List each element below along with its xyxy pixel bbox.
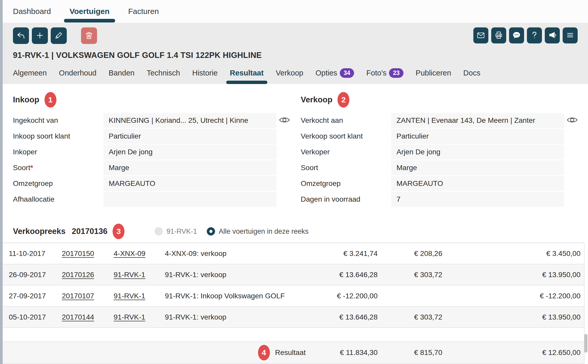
row-amount-net: € 13.646,28 bbox=[316, 271, 381, 279]
page-title: 91-RVK-1 | VOLKSWAGEN GOLF GOLF 1.4 TSI … bbox=[13, 51, 578, 60]
printer-icon bbox=[494, 31, 503, 41]
tab-publiceren[interactable]: Publiceren bbox=[416, 68, 451, 78]
toolbar-left-group bbox=[13, 27, 97, 44]
plate-link[interactable]: 91-RVK-1 bbox=[114, 292, 145, 300]
verkoop-section: Verkoop 2 Verkocht aan ZANTEN | Evenaar … bbox=[301, 92, 578, 208]
verkoop-omzetgroep-value[interactable]: MARGEAUTO bbox=[391, 176, 564, 191]
radio-single-vehicle-label[interactable]: 91-RVK-1 bbox=[166, 228, 197, 236]
table-row: 27-09-2017 20170107 91-RVK-1 91-RVK-1: I… bbox=[3, 285, 584, 306]
tab-technisch[interactable]: Technisch bbox=[147, 68, 180, 78]
eye-icon[interactable] bbox=[567, 116, 578, 125]
question-icon bbox=[530, 31, 539, 41]
result-row: 4 Resultaat € 11.834,30 € 815,70 € 12.65… bbox=[3, 342, 584, 364]
inkoop-soort-value[interactable]: Marge bbox=[104, 160, 276, 175]
step-badge-4: 4 bbox=[258, 345, 270, 360]
opties-count-badge: 34 bbox=[340, 68, 354, 78]
inkoop-soort-klant-value[interactable]: Particulier bbox=[104, 129, 276, 144]
pencil-icon bbox=[54, 31, 63, 41]
verkoop-title: Verkoop bbox=[301, 95, 332, 104]
plate-link[interactable]: 91-RVK-1 bbox=[114, 271, 145, 279]
row-amount-net: € 3.241,74 bbox=[316, 249, 381, 258]
plate-link[interactable]: 4-XNX-09 bbox=[114, 249, 145, 257]
tab-fotos[interactable]: Foto's 23 bbox=[366, 68, 403, 78]
back-icon bbox=[16, 31, 26, 41]
field-inkoper: Inkoper Arjen De jong bbox=[13, 145, 290, 160]
invoice-link[interactable]: 20170150 bbox=[62, 249, 94, 257]
tab-resultaat[interactable]: Resultaat bbox=[230, 68, 264, 78]
dagen-in-voorraad-value[interactable]: 7 bbox=[391, 192, 564, 207]
vertical-scrollbar-thumb[interactable] bbox=[584, 334, 587, 353]
announce-button[interactable] bbox=[545, 27, 560, 43]
window-scrollbar-left bbox=[0, 0, 3, 364]
field-verkoop-omzetgroep: Omzetgroep MARGEAUTO bbox=[301, 176, 578, 191]
tab-onderhoud[interactable]: Onderhoud bbox=[59, 68, 97, 78]
afhaallocatie-value[interactable] bbox=[104, 192, 276, 207]
verkoop-soort-klant-value[interactable]: Particulier bbox=[391, 129, 564, 144]
nav-item-facturen[interactable]: Facturen bbox=[128, 1, 159, 21]
content-area: Inkoop 1 Ingekocht van KINNEGING | Koria… bbox=[3, 92, 588, 239]
field-inkoop-soort: Soort* Marge bbox=[13, 160, 290, 175]
row-date: 27-09-2017 bbox=[3, 292, 56, 300]
megaphone-icon bbox=[548, 31, 557, 41]
table-row: 26-09-2017 20170126 91-RVK-1 91-RVK-1: v… bbox=[3, 264, 584, 285]
verkoopreeks-title: Verkoopreeks bbox=[13, 227, 65, 236]
chat-button[interactable] bbox=[509, 27, 524, 43]
field-afhaallocatie: Afhaallocatie bbox=[13, 192, 290, 207]
verkocht-aan-value[interactable]: ZANTEN | Evenaar 143, De Meern | Zanter bbox=[391, 113, 564, 128]
result-amount-net: € 11.834,30 bbox=[316, 348, 381, 357]
row-amount-vat: € 208,26 bbox=[381, 249, 446, 258]
row-amount-vat: € 303,72 bbox=[381, 313, 446, 321]
tab-historie[interactable]: Historie bbox=[192, 68, 218, 78]
fotos-count-badge: 23 bbox=[389, 68, 403, 78]
radio-all-vehicles-label[interactable]: Alle voertuigen in deze reeks bbox=[219, 228, 308, 236]
required-asterisk: * bbox=[30, 164, 33, 172]
field-dagen-in-voorraad: Dagen in voorraad 7 bbox=[301, 192, 578, 207]
eye-icon[interactable] bbox=[279, 116, 290, 125]
delete-button[interactable] bbox=[81, 27, 97, 44]
radio-single-vehicle[interactable] bbox=[155, 227, 163, 236]
field-verkoop-soort: Soort Marge bbox=[301, 160, 578, 175]
plate-link[interactable]: 91-RVK-1 bbox=[114, 313, 145, 321]
tab-docs[interactable]: Docs bbox=[463, 68, 480, 78]
tab-algemeen[interactable]: Algemeen bbox=[13, 68, 47, 78]
tab-opties[interactable]: Opties 34 bbox=[315, 68, 354, 78]
menu-button[interactable] bbox=[563, 27, 578, 43]
row-date: 05-10-2017 bbox=[3, 313, 56, 321]
invoice-link[interactable]: 20170107 bbox=[62, 292, 94, 300]
mail-button[interactable] bbox=[473, 27, 488, 43]
verkoopreeks-number: 20170136 bbox=[72, 227, 107, 236]
nav-item-dashboard[interactable]: Dashboard bbox=[13, 1, 51, 21]
field-verkoop-soort-klant: Verkoop soort klant Particulier bbox=[301, 129, 578, 144]
nav-item-voertuigen[interactable]: Voertuigen bbox=[70, 1, 109, 21]
inkoop-omzetgroep-value[interactable]: MARGEAUTO bbox=[104, 176, 276, 191]
chat-icon bbox=[512, 31, 521, 41]
tab-verkoop[interactable]: Verkoop bbox=[276, 68, 303, 78]
table-row: 05-10-2017 20170144 91-RVK-1 91-RVK-1: v… bbox=[3, 306, 584, 328]
tab-banden[interactable]: Banden bbox=[109, 68, 135, 78]
row-description: 91-RVK-1: verkoop bbox=[159, 313, 316, 321]
verkoopreeks-table: 11-10-2017 20170150 4-XNX-09 4-XNX-09: v… bbox=[3, 243, 584, 364]
table-row: 11-10-2017 20170150 4-XNX-09 4-XNX-09: v… bbox=[3, 243, 584, 264]
verkoopreeks-header: Verkoopreeks 20170136 3 91-RVK-1 Alle vo… bbox=[13, 224, 578, 239]
help-button[interactable] bbox=[527, 27, 542, 43]
add-button[interactable] bbox=[32, 27, 48, 44]
toolbar bbox=[13, 27, 578, 44]
row-date: 11-10-2017 bbox=[3, 249, 56, 258]
row-amount-vat: € 303,72 bbox=[381, 271, 446, 279]
inkoop-section: Inkoop 1 Ingekocht van KINNEGING | Koria… bbox=[13, 92, 290, 208]
ingekocht-van-value[interactable]: KINNEGING | Koriand... 25, Utrecht | Kin… bbox=[104, 113, 276, 128]
edit-button[interactable] bbox=[51, 27, 67, 44]
print-button[interactable] bbox=[491, 27, 506, 43]
result-amount-vat: € 815,70 bbox=[381, 348, 446, 357]
field-verkoper: Verkoper Arjen De jong bbox=[301, 145, 578, 160]
back-button[interactable] bbox=[13, 27, 29, 44]
verkoper-value[interactable]: Arjen De jong bbox=[391, 145, 564, 160]
inkoper-value[interactable]: Arjen De jong bbox=[104, 145, 276, 160]
verkoop-soort-value[interactable]: Marge bbox=[391, 160, 564, 175]
radio-all-vehicles[interactable] bbox=[207, 227, 215, 236]
inkoop-title: Inkoop bbox=[13, 95, 39, 104]
step-badge-2: 2 bbox=[337, 92, 349, 108]
result-label: Resultaat bbox=[275, 348, 306, 357]
invoice-link[interactable]: 20170144 bbox=[62, 313, 94, 321]
invoice-link[interactable]: 20170126 bbox=[62, 271, 94, 279]
